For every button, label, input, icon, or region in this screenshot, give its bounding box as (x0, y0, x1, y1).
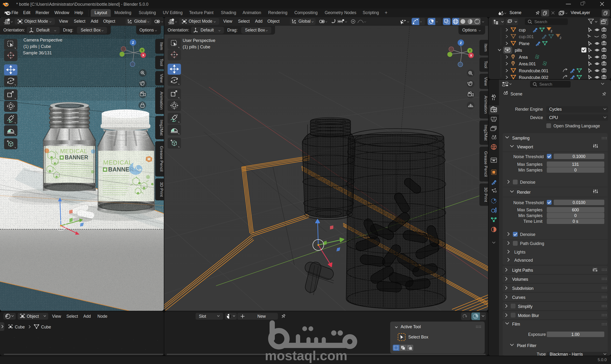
svg-text:Y: Y (469, 49, 471, 52)
svg-text:cup: cup (519, 28, 526, 32)
svg-text:Render: Render (517, 190, 531, 195)
svg-text:mostaql.com: mostaql.com (265, 348, 347, 363)
svg-text:Noise Threshold: Noise Threshold (513, 200, 544, 205)
svg-text:Max Samples: Max Samples (517, 208, 543, 212)
svg-text:0 s: 0 s (572, 219, 578, 224)
svg-text:X: X (470, 54, 472, 57)
svg-text:Area.001: Area.001 (519, 62, 536, 66)
svg-text:0: 0 (574, 213, 577, 218)
svg-text:2: 2 (551, 29, 552, 33)
svg-text:Cube: Cube (15, 325, 25, 329)
svg-text:Search: Search (534, 20, 547, 24)
svg-text:Min Samples: Min Samples (518, 213, 543, 218)
svg-text:Object: Object (27, 314, 39, 319)
svg-text:0.0100: 0.0100 (572, 200, 585, 205)
svg-text:131: 131 (572, 162, 579, 167)
svg-text:2: 2 (560, 36, 561, 39)
svg-text:Curves: Curves (512, 295, 526, 300)
svg-text:X: X (142, 53, 144, 57)
svg-text:Cube: Cube (41, 325, 51, 329)
svg-text:Light Paths: Light Paths (512, 268, 533, 273)
svg-text:Roundcube.002: Roundcube.002 (519, 75, 548, 79)
svg-text:cup.001: cup.001 (519, 34, 534, 39)
svg-text:Lights: Lights (514, 250, 526, 255)
svg-text:1.00: 1.00 (571, 332, 580, 337)
svg-text:Time Limit: Time Limit (523, 219, 543, 224)
svg-text:Plane: Plane (519, 41, 530, 46)
svg-text:Advanced: Advanced (514, 258, 533, 263)
svg-text:Blackman - Harris: Blackman - Harris (550, 352, 583, 356)
svg-text:Exposure: Exposure (528, 332, 546, 337)
svg-text:Node: Node (97, 314, 108, 319)
svg-text:Device: Device (530, 115, 543, 120)
svg-text:Noise Threshold: Noise Threshold (513, 154, 544, 159)
svg-text:600: 600 (572, 208, 579, 212)
svg-text:Z: Z (132, 41, 134, 45)
svg-text:Film: Film (512, 322, 520, 326)
svg-text:Volumes: Volumes (512, 277, 528, 282)
svg-text:Search: Search (539, 82, 552, 87)
svg-text:Scene: Scene (511, 91, 522, 96)
svg-text:CPU: CPU (549, 115, 558, 120)
svg-text:Add: Add (83, 314, 91, 319)
svg-text:Slot: Slot (199, 314, 206, 319)
svg-text:Path Guiding: Path Guiding (520, 241, 544, 246)
svg-text:Pixel Filter: Pixel Filter (517, 343, 537, 348)
svg-text:Y: Y (141, 49, 143, 52)
svg-text:New: New (258, 314, 266, 319)
svg-text:Select: Select (66, 314, 78, 319)
svg-text:Denoise: Denoise (520, 180, 535, 185)
svg-text:Area: Area (519, 55, 528, 60)
svg-text:0: 0 (574, 168, 577, 172)
svg-text:Min Samples: Min Samples (518, 168, 543, 172)
svg-text:View: View (52, 314, 61, 319)
svg-text:Sampling: Sampling (512, 136, 530, 141)
svg-text:Max Samples: Max Samples (517, 162, 543, 167)
svg-text:Motion Blur: Motion Blur (518, 313, 539, 318)
svg-text:Z: Z (460, 41, 462, 45)
svg-text:Render Engine: Render Engine (515, 107, 543, 112)
svg-text:Subdivision: Subdivision (512, 286, 534, 291)
svg-text:Type: Type (537, 352, 546, 356)
svg-text:pills: pills (515, 48, 522, 53)
svg-text:Simplify: Simplify (518, 304, 533, 309)
svg-text:Open Shading Language: Open Shading Language (554, 124, 600, 128)
svg-text:Roundcube.001: Roundcube.001 (519, 68, 548, 73)
svg-text:0.1000: 0.1000 (572, 154, 585, 159)
svg-text:Cycles: Cycles (549, 107, 562, 112)
svg-text:Denoise: Denoise (520, 232, 535, 237)
svg-text:Viewport: Viewport (517, 144, 533, 149)
